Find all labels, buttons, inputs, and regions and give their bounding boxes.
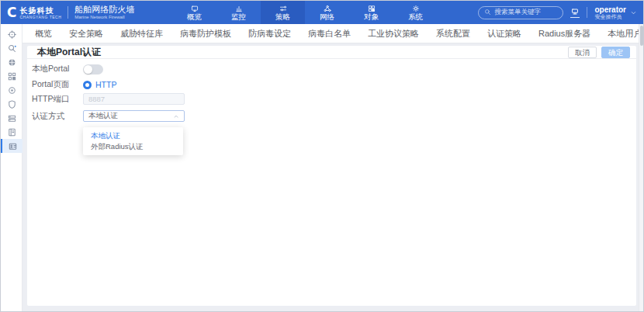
nav-system[interactable]: 系统 xyxy=(393,1,438,24)
search-placeholder: 搜索菜单关键字 xyxy=(494,8,541,17)
brand-subtitle: CHANGYANG TECH xyxy=(19,15,61,19)
qr-grid-icon xyxy=(7,71,17,81)
scrollbar-thumb[interactable] xyxy=(640,26,643,46)
http-port-row: HTTP端口 xyxy=(32,93,636,105)
header-right: 搜索菜单关键字 operator 安全操作员 xyxy=(478,1,637,24)
auth-card-icon xyxy=(8,141,18,151)
http-radio-label: HTTP xyxy=(95,80,116,89)
nav-network[interactable]: 网络 xyxy=(305,1,349,24)
sidebar-item-globe[interactable] xyxy=(1,55,23,69)
network-icon xyxy=(324,5,331,12)
local-portal-label: 本地Portal xyxy=(32,64,83,75)
sidebar-item-probe[interactable] xyxy=(1,41,23,55)
auth-mode-select[interactable]: 本地认证 xyxy=(83,110,185,122)
probe-icon xyxy=(7,43,17,54)
tab-7[interactable]: 系统配置 xyxy=(428,24,479,43)
dropdown-option-0[interactable]: 本地认证 xyxy=(83,130,183,141)
sidebar-item-shield[interactable] xyxy=(1,97,23,111)
sidebar-item-crosshair[interactable] xyxy=(1,27,23,41)
http-port-label: HTTP端口 xyxy=(32,94,83,105)
crosshair-icon xyxy=(7,29,17,40)
portal-page-row: Portal页面 HTTP xyxy=(32,80,636,89)
http-port-input[interactable] xyxy=(83,93,185,105)
local-portal-toggle[interactable] xyxy=(83,64,103,75)
nav-policy[interactable]: 策略 xyxy=(261,1,305,24)
book-icon xyxy=(7,127,17,137)
radio-selected-icon xyxy=(83,81,92,89)
tab-6[interactable]: 工业协议策略 xyxy=(359,24,428,43)
top-nav: 概览监控策略网络对象系统 xyxy=(172,1,438,24)
screen-icon[interactable] xyxy=(570,7,580,18)
auth-mode-value: 本地认证 xyxy=(88,111,118,121)
brand-divider xyxy=(68,6,68,19)
target-icon xyxy=(7,85,17,95)
overview-icon xyxy=(191,5,199,12)
shield-icon xyxy=(7,99,17,109)
local-portal-panel: 本地Portal认证 取消 确定 本地Portal Portal页面 HTTP xyxy=(27,46,636,306)
nav-overview[interactable]: 概览 xyxy=(172,1,216,24)
dropdown-option-1[interactable]: 外部Radius认证 xyxy=(83,141,183,152)
system-icon xyxy=(412,5,420,12)
auth-mode-dropdown: 本地认证外部Radius认证 xyxy=(83,127,183,155)
tab-1[interactable]: 安全策略 xyxy=(61,24,112,43)
sidebar-item-server[interactable] xyxy=(1,111,23,125)
header: C 长扬科技 CHANGYANG TECH 船舶网络防火墙 Marine Net… xyxy=(1,1,643,24)
portal-page-label: Portal页面 xyxy=(32,79,83,90)
panel-header: 本地Portal认证 取消 确定 xyxy=(27,46,636,59)
local-portal-row: 本地Portal xyxy=(32,64,636,75)
tab-3[interactable]: 病毒防护模板 xyxy=(171,24,240,43)
sidebar-item-auth-card[interactable] xyxy=(1,139,23,153)
nav-object[interactable]: 对象 xyxy=(349,1,393,24)
vertical-scrollbar xyxy=(639,24,643,311)
tab-10[interactable]: 本地用户 xyxy=(599,24,639,43)
search-icon xyxy=(484,9,491,17)
tab-8[interactable]: 认证策略 xyxy=(479,24,530,43)
sidebar-item-target[interactable] xyxy=(1,83,23,97)
policy-icon xyxy=(279,5,287,12)
sidebar xyxy=(1,24,23,311)
brand-name: 长扬科技 xyxy=(19,6,61,15)
tab-bar: 概览安全策略威胁特征库病毒防护模板防病毒设定病毒白名单工业协议策略系统配置认证策… xyxy=(23,24,639,43)
sidebar-item-book[interactable] xyxy=(1,125,23,139)
auth-mode-row: 认证方式 本地认证 xyxy=(32,110,636,122)
tab-5[interactable]: 病毒白名单 xyxy=(299,24,359,43)
user-menu[interactable]: operator 安全操作员 xyxy=(594,5,637,20)
content-area: 本地Portal认证 取消 确定 本地Portal Portal页面 HTTP xyxy=(23,43,639,311)
product-subtitle: Marine Network Firewall xyxy=(74,14,134,20)
tab-0[interactable]: 概览 xyxy=(26,24,61,43)
cancel-button[interactable]: 取消 xyxy=(568,47,597,58)
server-icon xyxy=(7,113,17,123)
app-root: C 长扬科技 CHANGYANG TECH 船舶网络防火墙 Marine Net… xyxy=(0,0,644,312)
user-name: operator xyxy=(594,5,626,14)
portal-form: 本地Portal Portal页面 HTTP HTTP端口 认证方式 xyxy=(27,59,636,122)
brand-logo-icon: C xyxy=(7,5,16,20)
search-box[interactable]: 搜索菜单关键字 xyxy=(478,6,563,19)
tab-2[interactable]: 威胁特征库 xyxy=(112,24,171,43)
confirm-button[interactable]: 确定 xyxy=(601,47,630,58)
tab-4[interactable]: 防病毒设定 xyxy=(240,24,299,43)
globe-icon xyxy=(7,57,17,68)
monitor-icon xyxy=(235,5,243,12)
brand: C 长扬科技 CHANGYANG TECH 船舶网络防火墙 Marine Net… xyxy=(7,1,134,24)
panel-title: 本地Portal认证 xyxy=(37,46,101,59)
sidebar-item-qr-grid[interactable] xyxy=(1,69,23,83)
auth-mode-label: 认证方式 xyxy=(32,111,83,122)
chevron-up-icon xyxy=(173,113,179,120)
http-radio[interactable]: HTTP xyxy=(83,80,116,89)
tab-9[interactable]: Radius服务器 xyxy=(530,24,599,43)
nav-monitor[interactable]: 监控 xyxy=(216,1,261,24)
object-icon xyxy=(368,5,376,12)
header-divider xyxy=(587,7,587,18)
chevron-down-icon xyxy=(630,5,637,19)
toggle-knob xyxy=(84,65,92,74)
user-role: 安全操作员 xyxy=(594,14,626,20)
product-title: 船舶网络防火墙 xyxy=(74,5,134,14)
